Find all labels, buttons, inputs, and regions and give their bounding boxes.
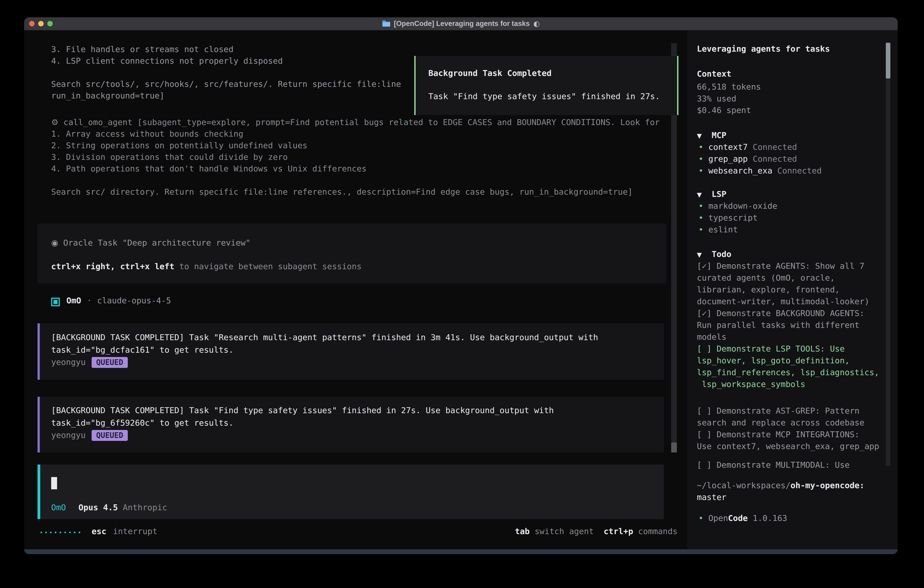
input-provider-label: Anthropic	[123, 502, 167, 512]
tool-call-line: ⚙ call_omo_agent [subagent_type=explore,…	[51, 117, 660, 127]
oracle-task-title: ◉ Oracle Task "Deep architecture review"	[51, 238, 251, 248]
task-user: yeongyu	[51, 357, 86, 367]
mcp-item: • websearch_exa Connected	[698, 166, 822, 176]
oracle-task-box	[38, 223, 666, 284]
todo-line-done: curated agents (OmO, oracle,	[697, 273, 835, 283]
chevron-down-icon: ▼	[697, 132, 702, 140]
todo-line-active: lsp_find_references, lsp_diagnostics,	[697, 367, 879, 377]
workspace-branch: master	[697, 492, 726, 502]
chevron-down-icon: ▼	[697, 191, 702, 198]
workspace-path: ~/local-workspaces/oh-my-opencode:	[697, 481, 865, 491]
chat-line: run_in_background=true]	[51, 91, 165, 101]
lsp-item: • markdown-oxide	[698, 201, 777, 211]
todo-line-pending: [ ] Demonstrate MCP INTEGRATIONS:	[697, 429, 860, 439]
toast-title: Background Task Completed	[428, 68, 551, 78]
todo-line-done: document-writer, multimodal-looker)	[697, 297, 870, 307]
spinner-dots	[40, 532, 80, 533]
agent-model: claude-opus-4-5	[97, 296, 171, 306]
shortcut-key-ctrl-p: ctrl+p	[604, 527, 633, 536]
status-badge: QUEUED	[92, 430, 128, 441]
status-dot-icon: •	[698, 213, 703, 222]
todo-line-active: lsp_workspace_symbols	[697, 379, 805, 389]
gear-icon: ⚙	[51, 117, 58, 127]
status-dot-icon: •	[698, 201, 703, 211]
agent-icon-fill	[53, 300, 58, 304]
shortcut-label-switch-agent	[530, 527, 535, 536]
agent-separator: ·	[87, 296, 92, 306]
close-button[interactable]	[29, 21, 35, 26]
chat-scrollbar-thumb[interactable]	[671, 443, 677, 453]
todo-line-pending: Use context7, websearch_exa, grep_app	[697, 441, 879, 451]
section-header-mcp[interactable]: ▼ MCP	[697, 130, 726, 140]
chat-line: 3. File handles or streams not closed	[51, 45, 234, 55]
todo-line-done: models	[697, 332, 726, 342]
todo-line-active: [ ] Demonstrate LSP TOOLS: Use	[697, 344, 845, 354]
sidebar-scrollbar-thumb[interactable]	[886, 43, 890, 78]
toast-notification[interactable]: Background Task Completed Task "Find typ…	[414, 56, 678, 115]
task-message-line: task_id="bg_6f59260c" to get results.	[51, 418, 234, 428]
app-version: • OpenCode 1.0.163	[698, 513, 787, 523]
task-message-meta: yeongyuQUEUED	[51, 430, 128, 440]
progress-icon: ◐	[533, 19, 540, 28]
agent-icon	[51, 297, 60, 306]
status-dot-icon: •	[698, 142, 703, 152]
record-icon: ◉	[51, 238, 58, 248]
todo-line-pending: search and replace across codebase	[697, 418, 865, 428]
zoom-button[interactable]	[47, 21, 53, 26]
minimize-button[interactable]	[38, 21, 44, 26]
text-cursor	[51, 477, 57, 489]
oracle-task-hint: ctrl+x right, ctrl+x left to navigate be…	[51, 261, 361, 271]
section-header-lsp[interactable]: ▼ LSP	[697, 189, 726, 199]
todo-line-active: lsp_hover, lsp_goto_definition,	[697, 356, 850, 366]
status-dot-icon: •	[698, 514, 703, 523]
status-badge: QUEUED	[92, 357, 128, 368]
tool-call-line: Search src/ directory. Return specific f…	[51, 187, 633, 197]
shortcut-label-commands: commands	[638, 527, 678, 536]
status-dot-icon: •	[698, 225, 703, 234]
traffic-lights	[29, 21, 53, 26]
tool-call-line: 3. Division operations that could divide…	[51, 152, 288, 162]
section-header-todo[interactable]: ▼ Todo	[697, 249, 731, 259]
shortcut-label-interrupt: interrupt	[113, 526, 157, 537]
folder-icon	[382, 20, 390, 28]
context-tokens: 66,518 tokens	[697, 82, 761, 92]
todo-line-pending: [ ] Demonstrate AST-GREP: Pattern	[697, 406, 860, 416]
mcp-item: • context7 Connected	[698, 142, 797, 152]
statusbar-right: tab switch agent ctrl+p commands	[515, 526, 678, 537]
chat-line: Search src/tools/, src/hooks/, src/featu…	[51, 79, 401, 89]
todo-line-done: librarian, explore, frontend,	[697, 285, 840, 295]
status-dot-icon: •	[698, 154, 703, 164]
titlebar: [OpenCode] Leveraging agents for tasks ◐	[24, 17, 898, 30]
window-title: [OpenCode] Leveraging agents for tasks	[394, 20, 530, 28]
todo-line-done: [✓] Demonstrate AGENTS: Show all 7	[697, 261, 865, 271]
terminal-window: [OpenCode] Leveraging agents for tasks ◐…	[24, 17, 898, 554]
chat-line: 4. LSP client connections not properly d…	[51, 56, 283, 66]
shortcut-key-tab: tab	[515, 527, 530, 536]
task-message-meta: yeongyuQUEUED	[51, 357, 128, 367]
input-agent-label: OmO	[51, 502, 66, 512]
input-model-label: Opus 4.5	[78, 502, 118, 512]
mcp-item: • grep_app Connected	[698, 154, 797, 164]
context-heading: Context	[697, 69, 731, 79]
toast-body: Task "Find type safety issues" finished …	[428, 91, 660, 101]
todo-line-done: [✓] Demonstrate BACKGROUND AGENTS:	[697, 308, 865, 318]
task-user: yeongyu	[51, 430, 86, 440]
context-spent: $0.46 spent	[697, 105, 751, 115]
todo-line-pending: [ ] Demonstrate MULTIMODAL: Use	[697, 460, 850, 470]
task-message-line: task_id="bg_dcfac161" to get results.	[51, 345, 234, 355]
window-bottom-edge	[24, 549, 898, 554]
todo-line-done: Run parallel tasks with different	[697, 320, 860, 330]
shortcut-key-esc: esc	[92, 526, 106, 537]
tool-call-line: 1. Array access without bounds checking	[51, 129, 243, 139]
chevron-down-icon: ▼	[697, 251, 702, 259]
lsp-item: • eslint	[698, 225, 738, 235]
tool-call-line: 4. Path operations that don't handle Win…	[51, 164, 366, 174]
status-dot-icon: •	[698, 166, 703, 175]
task-message-line: [BACKGROUND TASK COMPLETED] Task "Find t…	[51, 405, 554, 415]
desktop: [OpenCode] Leveraging agents for tasks ◐…	[0, 0, 924, 588]
sidebar-scrollbar-track[interactable]	[886, 43, 890, 466]
task-message-line: [BACKGROUND TASK COMPLETED] Task "Resear…	[51, 332, 598, 342]
session-title: Leveraging agents for tasks	[697, 44, 830, 54]
agent-name: OmO	[66, 296, 81, 306]
window-title-group: [OpenCode] Leveraging agents for tasks ◐	[382, 19, 540, 28]
